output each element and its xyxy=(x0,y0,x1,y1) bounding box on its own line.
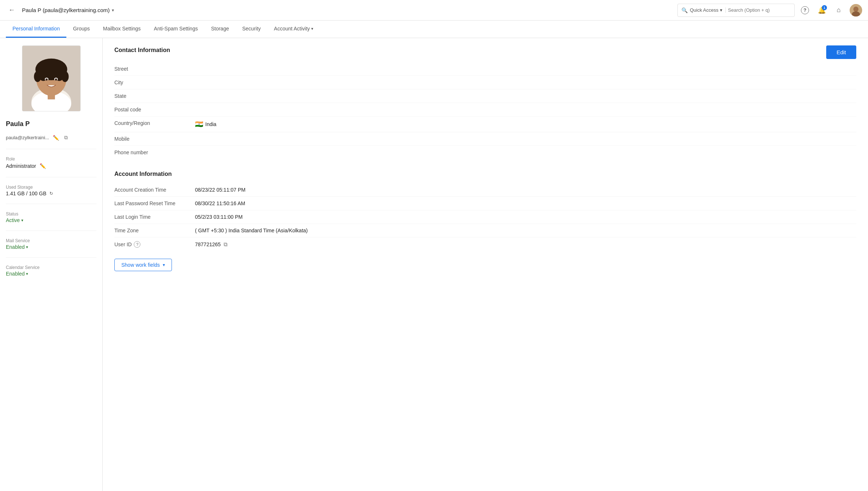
role-value: Administrator ✏️ xyxy=(6,162,96,170)
india-flag-icon: 🇮🇳 xyxy=(195,120,203,128)
notification-button[interactable]: 🔔 1 xyxy=(816,4,828,16)
table-row: Last Login Time 05/2/23 03:11:00 PM xyxy=(114,210,856,224)
quick-access-button[interactable]: Quick Access ▾ xyxy=(690,7,726,13)
field-value-street xyxy=(195,62,856,76)
svg-point-11 xyxy=(37,60,65,74)
copy-userid-button[interactable]: ⧉ xyxy=(224,241,228,248)
show-work-chevron-icon: ▾ xyxy=(163,262,165,267)
search-bar: 🔍 Quick Access ▾ xyxy=(677,4,795,17)
field-value-state xyxy=(195,89,856,103)
field-value-userid: 787721265 ⧉ xyxy=(195,237,856,252)
quick-access-label: Quick Access xyxy=(690,7,718,13)
content-area: Contact Information Edit Street City Sta… xyxy=(103,38,868,491)
sidebar-profile-image[interactable] xyxy=(22,45,81,111)
tab-antispam-settings[interactable]: Anti-Spam Settings xyxy=(147,21,205,38)
sidebar-status-section: Status Active ▾ xyxy=(6,211,96,223)
field-label-password-reset: Last Password Reset Time xyxy=(114,197,195,210)
sidebar-avatar-section xyxy=(6,45,96,111)
divider-1 xyxy=(6,149,96,149)
show-work-fields-button[interactable]: Show work fields ▾ xyxy=(114,259,172,271)
tab-account-activity[interactable]: Account Activity ▾ xyxy=(267,21,320,38)
nav-tabs: Personal Information Groups Mailbox Sett… xyxy=(0,21,868,38)
account-section-title: Account Information xyxy=(114,171,856,177)
svg-point-13 xyxy=(61,71,69,82)
table-row: Postal code xyxy=(114,103,856,117)
table-row: Last Password Reset Time 08/30/22 11:50:… xyxy=(114,197,856,210)
svg-point-1 xyxy=(853,7,858,12)
notification-badge: 1 xyxy=(822,5,827,10)
topbar: ← Paula P (paula@zylkertraining.com) ▾ 🔍… xyxy=(0,0,868,21)
field-label-phone: Phone number xyxy=(114,146,195,159)
refresh-icon[interactable]: ↻ xyxy=(49,191,53,196)
table-row: Country/Region 🇮🇳 India xyxy=(114,117,856,132)
table-row: City xyxy=(114,76,856,89)
search-input[interactable] xyxy=(728,7,791,13)
status-dropdown[interactable]: ▾ xyxy=(21,218,23,223)
search-icon: 🔍 xyxy=(681,7,688,13)
calendar-service-label: Calendar Service xyxy=(6,265,96,270)
field-label-timezone: Time Zone xyxy=(114,224,195,237)
home-button[interactable]: ⌂ xyxy=(833,4,845,16)
field-label-city: City xyxy=(114,76,195,89)
field-label-postal: Postal code xyxy=(114,103,195,117)
field-label-creation-time: Account Creation Time xyxy=(114,183,195,197)
field-label-street: Street xyxy=(114,62,195,76)
svg-rect-18 xyxy=(48,93,55,100)
tab-mailbox-settings[interactable]: Mailbox Settings xyxy=(96,21,147,38)
storage-label: Used Storage xyxy=(6,185,96,190)
svg-point-17 xyxy=(55,78,57,81)
help-button[interactable]: ? xyxy=(799,4,811,16)
avatar[interactable] xyxy=(850,4,862,16)
table-row: State xyxy=(114,89,856,103)
contact-section-header: Contact Information Edit xyxy=(114,47,856,59)
main-layout: Paula P paula@zylkertraini... ✏️ ⧉ Role … xyxy=(0,38,868,491)
topbar-icons: ? 🔔 1 ⌂ xyxy=(799,4,862,16)
account-name: Paula P (paula@zylkertraining.com) xyxy=(22,7,110,13)
tab-personal-information[interactable]: Personal Information xyxy=(6,21,66,38)
role-label: Role xyxy=(6,156,96,162)
table-row: Time Zone ( GMT +5:30 ) India Standard T… xyxy=(114,224,856,237)
status-value: Active ▾ xyxy=(6,217,96,223)
divider-3 xyxy=(6,204,96,204)
tab-storage[interactable]: Storage xyxy=(205,21,236,38)
field-value-city xyxy=(195,76,856,89)
mail-service-dropdown[interactable]: ▾ xyxy=(26,245,28,250)
calendar-service-dropdown[interactable]: ▾ xyxy=(26,272,28,276)
edit-email-button[interactable]: ✏️ xyxy=(51,134,60,141)
svg-point-12 xyxy=(34,71,41,82)
account-table: Account Creation Time 08/23/22 05:11:07 … xyxy=(114,183,856,251)
field-value-country: 🇮🇳 India xyxy=(195,117,856,132)
account-chevron: ▾ xyxy=(112,8,114,13)
back-button[interactable]: ← xyxy=(6,4,18,16)
sidebar-mail-service-section: Mail Service Enabled ▾ xyxy=(6,238,96,250)
sidebar-email: paula@zylkertraini... xyxy=(6,135,49,140)
copy-email-button[interactable]: ⧉ xyxy=(63,134,69,141)
userid-help-icon[interactable]: ? xyxy=(134,241,140,248)
edit-button[interactable]: Edit xyxy=(826,45,856,59)
sidebar-calendar-service-section: Calendar Service Enabled ▾ xyxy=(6,265,96,277)
storage-value: 1.41 GB / 100 GB ↻ xyxy=(6,191,96,196)
calendar-service-value: Enabled ▾ xyxy=(6,271,96,277)
mail-service-value: Enabled ▾ xyxy=(6,244,96,250)
account-selector[interactable]: Paula P (paula@zylkertraining.com) ▾ xyxy=(22,7,114,13)
field-label-country: Country/Region xyxy=(114,117,195,132)
table-row: Phone number xyxy=(114,146,856,159)
tab-groups[interactable]: Groups xyxy=(66,21,96,38)
status-label: Status xyxy=(6,211,96,217)
sidebar: Paula P paula@zylkertraini... ✏️ ⧉ Role … xyxy=(0,38,103,491)
divider-5 xyxy=(6,257,96,258)
field-label-state: State xyxy=(114,89,195,103)
contact-section-title: Contact Information xyxy=(114,47,170,53)
mail-service-label: Mail Service xyxy=(6,238,96,243)
field-value-timezone: ( GMT +5:30 ) India Standard Time (Asia/… xyxy=(195,224,856,237)
divider-4 xyxy=(6,230,96,231)
table-row: Mobile xyxy=(114,132,856,146)
tab-security[interactable]: Security xyxy=(236,21,268,38)
field-label-last-login: Last Login Time xyxy=(114,210,195,224)
field-value-phone xyxy=(195,146,856,159)
field-value-last-login: 05/2/23 03:11:00 PM xyxy=(195,210,856,224)
field-value-creation-time: 08/23/22 05:11:07 PM xyxy=(195,183,856,197)
contact-table: Street City State Postal code Country/Re… xyxy=(114,62,856,159)
edit-role-button[interactable]: ✏️ xyxy=(38,162,47,170)
field-label-mobile: Mobile xyxy=(114,132,195,146)
